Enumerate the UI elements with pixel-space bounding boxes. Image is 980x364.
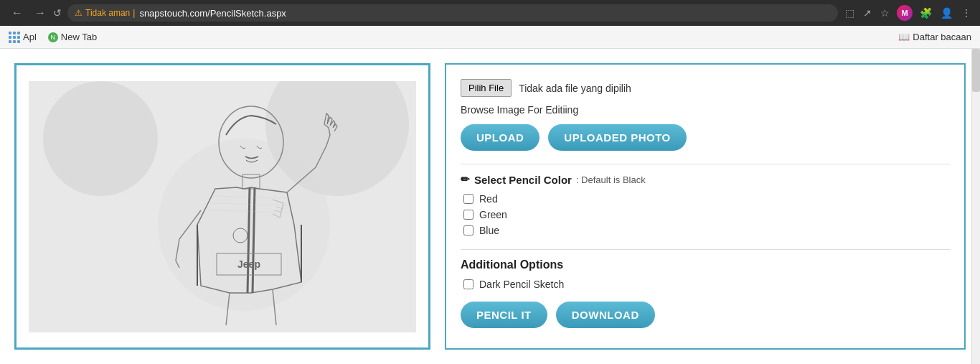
- blue-color-option[interactable]: Blue: [463, 225, 950, 236]
- new-tab-favicon: N: [48, 32, 58, 42]
- divider-2: [461, 249, 950, 250]
- user-avatar[interactable]: M: [897, 5, 913, 21]
- scrollbar-thumb[interactable]: [972, 49, 980, 92]
- reading-list-label: Daftar bacaan: [913, 32, 971, 42]
- dark-pencil-checkbox[interactable]: [463, 279, 473, 289]
- warning-icon: ⚠: [75, 8, 83, 18]
- dark-pencil-option[interactable]: Dark Pencil Sketch: [461, 279, 950, 290]
- pencil-icon: ✏: [461, 173, 470, 186]
- address-bar[interactable]: ⚠ Tidak aman | snapstouch.com/PencilSket…: [67, 4, 838, 22]
- forward-button[interactable]: →: [30, 5, 50, 21]
- reading-list-icon: 📖: [898, 32, 910, 42]
- profile-icon[interactable]: 👤: [939, 6, 954, 20]
- scrollbar[interactable]: [971, 49, 980, 364]
- green-label: Green: [479, 209, 507, 220]
- bottom-buttons: PENCIL IT DOWNLOAD: [461, 302, 950, 328]
- translate-icon[interactable]: ⬚: [844, 6, 856, 20]
- grid-icon: [9, 32, 20, 43]
- select-pencil-color-text: Select Pencil Color: [474, 174, 572, 186]
- color-options: Red Green Blue: [461, 193, 950, 236]
- upload-button[interactable]: UPLOAD: [461, 124, 540, 151]
- reading-list-button[interactable]: 📖 Daftar bacaan: [898, 32, 971, 42]
- additional-options-label: Additional Options: [461, 258, 950, 271]
- sketch-image-container: Jeep: [29, 81, 416, 332]
- red-label: Red: [479, 193, 498, 205]
- uploaded-photo-button[interactable]: UPLOADED PHOTO: [548, 124, 686, 151]
- red-checkbox[interactable]: [463, 194, 473, 204]
- blue-checkbox[interactable]: [463, 225, 473, 235]
- green-color-option[interactable]: Green: [463, 209, 950, 220]
- divider-1: [461, 164, 950, 164]
- no-file-label: Tidak ada file yang dipilih: [519, 83, 631, 94]
- blue-label: Blue: [479, 225, 499, 236]
- url-text: snapstouch.com/PencilSketch.aspx: [139, 8, 286, 19]
- apps-label: Apl: [23, 32, 37, 42]
- security-label: Tidak aman: [85, 8, 130, 18]
- controls-panel: Pilih File Tidak ada file yang dipilih B…: [445, 63, 966, 350]
- browser-chrome: ← → ↺ ⚠ Tidak aman | snapstouch.com/Penc…: [0, 0, 980, 26]
- pencil-color-section-label: ✏ Select Pencil Color : Default is Black: [461, 173, 950, 186]
- choose-file-button[interactable]: Pilih File: [461, 79, 512, 97]
- bookmark-star-icon[interactable]: ☆: [879, 6, 891, 20]
- apps-shortcut[interactable]: Apl: [9, 32, 37, 43]
- pencil-it-button[interactable]: PENCIL IT: [461, 302, 547, 328]
- security-indicator: ⚠ Tidak aman |: [75, 8, 135, 18]
- dark-pencil-label: Dark Pencil Sketch: [479, 279, 564, 290]
- file-chooser-row: Pilih File Tidak ada file yang dipilih: [461, 79, 950, 97]
- svg-point-1: [43, 81, 158, 196]
- share-icon[interactable]: ↗: [862, 6, 873, 20]
- upload-buttons: UPLOAD UPLOADED PHOTO: [461, 124, 950, 151]
- download-button[interactable]: DOWNLOAD: [556, 302, 655, 328]
- new-tab-label: New Tab: [61, 32, 97, 42]
- svg-text:Jeep: Jeep: [237, 258, 260, 270]
- page-content: Jeep: [0, 49, 980, 364]
- nav-buttons: ← → ↺: [7, 5, 62, 21]
- new-tab-bookmark[interactable]: N New Tab: [48, 32, 97, 42]
- menu-icon[interactable]: ⋮: [960, 6, 973, 20]
- svg-point-3: [158, 139, 330, 311]
- pencil-sketch-svg: Jeep: [29, 81, 416, 332]
- bookmarks-bar: Apl N New Tab 📖 Daftar bacaan: [0, 26, 980, 49]
- green-checkbox[interactable]: [463, 210, 473, 220]
- image-panel: Jeep: [14, 63, 430, 350]
- red-color-option[interactable]: Red: [463, 193, 950, 205]
- browser-actions: ⬚ ↗ ☆ M 🧩 👤 ⋮: [844, 5, 973, 21]
- back-button[interactable]: ←: [7, 5, 27, 21]
- separator: |: [133, 8, 135, 18]
- browse-label: Browse Image For Editiing: [461, 104, 950, 116]
- extensions-icon[interactable]: 🧩: [918, 6, 933, 20]
- reload-button[interactable]: ↺: [53, 7, 62, 19]
- default-color-text: : Default is Black: [576, 174, 646, 185]
